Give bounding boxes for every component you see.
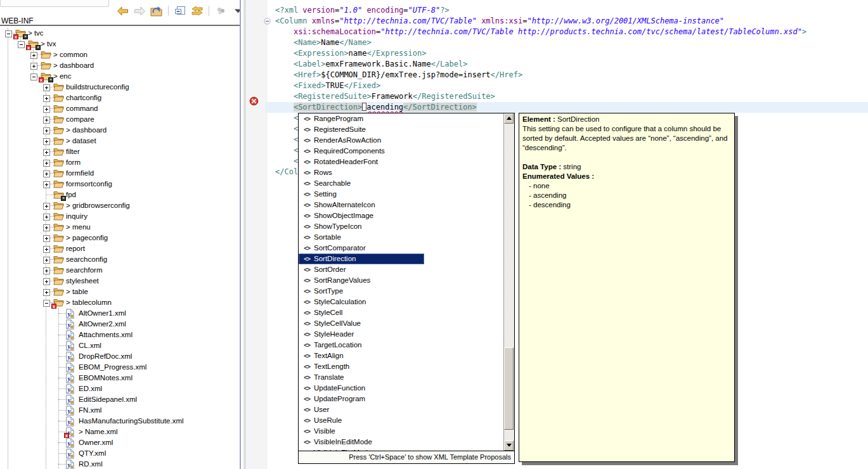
- proposal-item-RotatedHeaderFont[interactable]: <>RotatedHeaderFont: [299, 157, 514, 167]
- tree-folder-searchform[interactable]: searchform: [0, 265, 240, 276]
- tree-expand-toggle[interactable]: [43, 246, 50, 253]
- tree-folder-table[interactable]: > table: [0, 286, 240, 297]
- proposal-item-UpdateFunction[interactable]: <>UpdateFunction: [299, 383, 514, 394]
- tree-folder-tablecolumn[interactable]: x> tablecolumn: [0, 297, 240, 308]
- proposal-item-TextAlign[interactable]: <>TextAlign: [299, 350, 514, 361]
- proposal-item-VisibleInFlatMode[interactable]: <>VisibleInFlatMode: [299, 447, 514, 451]
- tree-file-ED.xml[interactable]: yED.xml: [0, 383, 240, 394]
- tree-expand-toggle[interactable]: [43, 267, 50, 274]
- scrollbar-thumb[interactable]: [504, 347, 514, 430]
- collapse-all-icon[interactable]: [173, 5, 187, 16]
- tree-folder-fpd[interactable]: *fpd: [0, 190, 240, 200]
- tree-folder-gridbrowserconfig[interactable]: > gridbrowserconfig: [0, 200, 240, 211]
- tree-folder-dataset[interactable]: > dataset: [0, 136, 240, 146]
- scroll-up-button[interactable]: [504, 113, 514, 124]
- proposal-item-UseRule[interactable]: <>UseRule: [299, 415, 514, 426]
- tree-expand-toggle[interactable]: [43, 117, 50, 124]
- tree-file-EditSidepanel.xml[interactable]: yEditSidepanel.xml: [0, 394, 240, 405]
- tree-expand-toggle[interactable]: [43, 138, 50, 145]
- tree-collapse-toggle[interactable]: [43, 300, 50, 307]
- tree-file-DropRefDoc.xml[interactable]: yDropRefDoc.xml: [0, 351, 240, 362]
- tree-folder-report[interactable]: report: [0, 243, 240, 254]
- proposal-item-SortDirection[interactable]: <>SortDirection: [299, 254, 424, 264]
- proposal-item-SortType[interactable]: <>SortType: [299, 286, 514, 297]
- tree-expand-toggle[interactable]: [30, 63, 37, 70]
- popup-scrollbar[interactable]: [503, 113, 514, 451]
- tree-expand-toggle[interactable]: [43, 181, 50, 188]
- tree-folder-buildstructureconfig[interactable]: buildstructureconfig: [0, 82, 240, 93]
- scroll-down-button[interactable]: [504, 440, 514, 451]
- tree-expand-toggle[interactable]: [43, 235, 50, 242]
- tree-folder-enc[interactable]: x*> enc: [0, 71, 240, 82]
- tree-folder-pageconfig[interactable]: > pageconfig: [0, 233, 240, 243]
- proposal-item-TextLength[interactable]: <>TextLength: [299, 361, 514, 372]
- tree-expand-toggle[interactable]: [43, 127, 50, 134]
- tree-folder-tvx[interactable]: x*> tvx: [0, 39, 240, 49]
- proposal-item-StyleHeader[interactable]: <>StyleHeader: [299, 329, 514, 340]
- tree-expand-toggle[interactable]: [43, 160, 50, 167]
- proposal-item-VisibleInEditMode[interactable]: <>VisibleInEditMode: [299, 437, 514, 447]
- proposal-item-RegisteredSuite[interactable]: <>RegisteredSuite: [299, 124, 514, 135]
- tree-folder-stylesheet[interactable]: stylesheet: [0, 276, 240, 286]
- tree-folder-formfield[interactable]: formfield: [0, 168, 240, 179]
- proposal-item-StyleCalculation[interactable]: <>StyleCalculation: [299, 297, 514, 307]
- tree-folder-dashboard[interactable]: > dashboard: [0, 60, 240, 71]
- tree-folder-form[interactable]: form: [0, 157, 240, 168]
- tree-expand-toggle[interactable]: [43, 95, 50, 102]
- tree-folder-menu[interactable]: > menu: [0, 222, 240, 233]
- tree-file-AltOwner1.xml[interactable]: yAltOwner1.xml: [0, 308, 240, 319]
- tree-folder-dashboard[interactable]: > dashboard: [0, 125, 240, 136]
- tree-file-QTY.xml[interactable]: yQTY.xml: [0, 448, 240, 459]
- proposal-item-ShowAlternateIcon[interactable]: <>ShowAlternateIcon: [299, 200, 514, 210]
- tree-folder-command[interactable]: command: [0, 103, 240, 114]
- proposal-item-Searchable[interactable]: <>Searchable: [299, 178, 514, 189]
- tree-collapse-toggle[interactable]: [5, 30, 12, 37]
- proposal-item-RenderAsRowAction[interactable]: <>RenderAsRowAction: [299, 135, 514, 146]
- proposal-item-Sortable[interactable]: <>Sortable: [299, 232, 514, 243]
- proposal-item-Visible[interactable]: <>Visible: [299, 426, 514, 437]
- tree-file-Attachments.xml[interactable]: yAttachments.xml: [0, 330, 240, 340]
- tree-expand-toggle[interactable]: [43, 149, 50, 156]
- proposal-item-ShowObjectImage[interactable]: <>ShowObjectImage: [299, 210, 514, 221]
- xml-editor[interactable]: <?xml version="1.0" encoding="UTF-8"?><C…: [241, 0, 868, 469]
- tree-expand-toggle[interactable]: [30, 52, 37, 59]
- proposal-item-SortComparator[interactable]: <>SortComparator: [299, 243, 514, 254]
- tree-folder-inquiry[interactable]: inquiry: [0, 211, 240, 222]
- proposal-item-User[interactable]: <>User: [299, 404, 514, 415]
- forward-icon[interactable]: [133, 5, 146, 16]
- tree-expand-toggle[interactable]: [43, 257, 50, 264]
- tree-folder-filter[interactable]: filter: [0, 146, 240, 157]
- tree-folder-compare[interactable]: compare: [0, 114, 240, 125]
- sync-disabled-icon[interactable]: [214, 5, 228, 16]
- tree-expand-toggle[interactable]: [43, 84, 50, 91]
- proposal-item-Rows[interactable]: <>Rows: [299, 167, 514, 178]
- tree-file-EBOMNotes.xml[interactable]: yEBOMNotes.xml: [0, 373, 240, 383]
- error-marker-icon[interactable]: [249, 96, 259, 109]
- back-icon[interactable]: [115, 5, 129, 16]
- tree-file-Name.xml[interactable]: yx> Name.xml: [0, 427, 240, 437]
- tree-expand-toggle[interactable]: [43, 224, 50, 231]
- proposal-item-Translate[interactable]: <>Translate: [299, 372, 514, 383]
- tree-file-RD.xml[interactable]: yRD.xml: [0, 459, 240, 469]
- proposal-item-SortRangeValues[interactable]: <>SortRangeValues: [299, 275, 514, 286]
- tree-collapse-toggle[interactable]: [30, 74, 37, 80]
- tree-folder-chartconfig[interactable]: chartconfig: [0, 93, 240, 103]
- proposal-item-ShowTypeIcon[interactable]: <>ShowTypeIcon: [299, 221, 514, 232]
- proposal-item-SortOrder[interactable]: <>SortOrder: [299, 264, 514, 275]
- proposal-item-RequiredComponents[interactable]: <>RequiredComponents: [299, 146, 514, 157]
- proposal-item-UpdateProgram[interactable]: <>UpdateProgram: [299, 394, 514, 404]
- proposal-item-Setting[interactable]: <>Setting: [299, 189, 514, 200]
- tree-expand-toggle[interactable]: [43, 203, 50, 210]
- tree-expand-toggle[interactable]: [43, 278, 50, 285]
- tree-folder-searchconfig[interactable]: searchconfig: [0, 254, 240, 265]
- tree-file-CL.xml[interactable]: yCL.xml: [0, 340, 240, 351]
- tree-expand-toggle[interactable]: [43, 106, 50, 113]
- tree-folder-tvc[interactable]: x*> tvc: [0, 28, 240, 39]
- tree-expand-toggle[interactable]: [43, 289, 50, 296]
- tree-expand-toggle[interactable]: [43, 214, 50, 221]
- fold-collapse-icon[interactable]: [264, 17, 271, 28]
- link-with-editor-icon[interactable]: [190, 5, 204, 16]
- tree-folder-formsortconfig[interactable]: formsortconfig: [0, 179, 240, 190]
- go-up-icon[interactable]: [150, 5, 164, 16]
- proposal-item-StyleCell[interactable]: <>StyleCell: [299, 307, 514, 318]
